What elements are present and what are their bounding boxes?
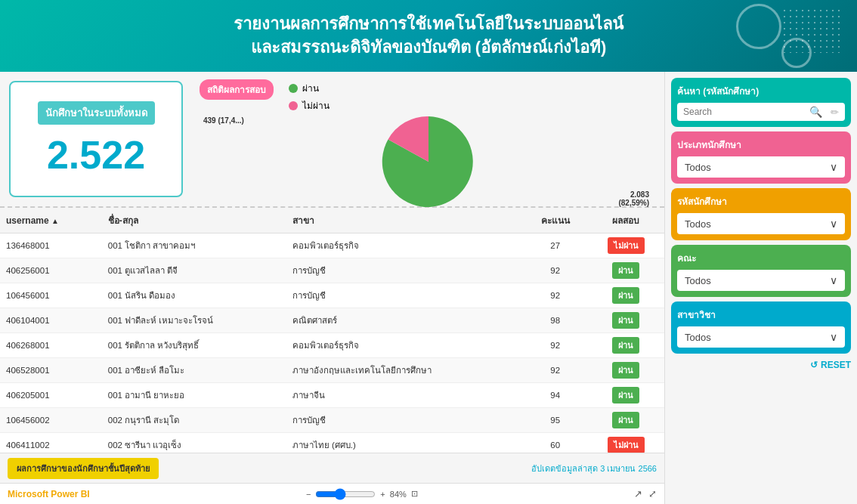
student-id-select[interactable]: Todos ∨: [677, 213, 845, 234]
pass-count: 2.083: [618, 190, 649, 199]
total-students-label: นักศึกษาในระบบทั้งหมด: [38, 101, 155, 125]
zoom-slider[interactable]: [315, 488, 376, 500]
search-label: ค้นหา (รหัสนักศึกษา): [677, 84, 845, 98]
cell-score: 95: [523, 408, 587, 433]
chevron-down-icon: ∨: [830, 218, 837, 230]
stats-row: นักศึกษาในระบบทั้งหมด 2.522 สถิติผลการสอ…: [0, 72, 664, 208]
cell-username: 406411002: [0, 433, 102, 453]
major-section: สาขาวิชา Todos ∨: [671, 301, 851, 354]
student-type-select[interactable]: Todos ∨: [677, 156, 845, 178]
status-badge: ผ่าน: [612, 337, 639, 354]
total-students-box: นักศึกษาในระบบทั้งหมด 2.522: [9, 81, 183, 197]
reset-label: RESET: [821, 360, 851, 370]
header-circle-2: [781, 38, 812, 68]
status-badge: ผ่าน: [612, 287, 639, 304]
status-badge: ผ่าน: [612, 387, 639, 404]
student-id-section: รหัสนักศึกษา Todos ∨: [671, 188, 851, 240]
cell-username: 106456001: [0, 283, 102, 308]
cell-branch: คณิตศาสตร์: [286, 308, 524, 333]
search-icon: 🔍: [809, 106, 822, 118]
zoom-minus[interactable]: −: [306, 490, 311, 499]
cell-branch: คอมพิวเตอร์ธุรกิจ: [286, 233, 524, 258]
chevron-down-icon: ∨: [830, 161, 837, 173]
faculty-select[interactable]: Todos ∨: [677, 270, 845, 291]
table-row: 406205001 001 อามานี ยาหะยอ ภาษาจีน 94 ผ…: [0, 383, 664, 408]
cell-username: 136468001: [0, 233, 102, 258]
zoom-plus[interactable]: +: [380, 490, 385, 499]
cell-name: 001 อาซียะห์ ลือโมะ: [102, 358, 286, 383]
table-row: 406268001 001 รัตติกาล หวังบริสุทธิ์ คอม…: [0, 333, 664, 358]
bottom-button[interactable]: ผลการศึกษาของนักศึกษาชั้นปีสุดท้าย: [8, 458, 159, 479]
major-value: Todos: [685, 332, 711, 343]
cell-score: 27: [523, 233, 587, 258]
cell-status: ผ่าน: [587, 383, 664, 408]
student-type-value: Todos: [685, 162, 711, 173]
update-text: อัปเดตข้อมูลล่าสุด 3 เมษายน 2566: [531, 462, 657, 475]
cell-status: ผ่าน: [587, 358, 664, 383]
cell-score: 92: [523, 333, 587, 358]
cell-branch: คอมพิวเตอร์ธุรกิจ: [286, 333, 524, 358]
faculty-label: คณะ: [677, 251, 845, 265]
status-badge: ผ่าน: [612, 262, 639, 279]
col-score: คะแนน: [523, 208, 587, 233]
pass-pct: (82,59%): [618, 199, 649, 207]
cell-status: ไม่ผ่าน: [587, 233, 664, 258]
external-link-icon[interactable]: ⤢: [648, 488, 657, 499]
legend-fail-dot: [289, 101, 298, 110]
table-body: 136468001 001 โชติกา สาขาคอมฯ คอมพิวเตอร…: [0, 233, 664, 453]
col-branch: สาขา: [286, 208, 524, 233]
chart-legend: ผ่าน ไม่ผ่าน: [289, 81, 329, 113]
data-table: username ▲ ชื่อ-สกุล สาขา คะแนน ผลสอบ 13…: [0, 208, 664, 453]
cell-branch: การบัญชี: [286, 258, 524, 283]
cell-status: ผ่าน: [587, 283, 664, 308]
reset-row: ↺ RESET: [671, 360, 851, 370]
table-row: 106456002 002 กนุรานี สะมุโด การบัญชี 95…: [0, 408, 664, 433]
cell-score: 92: [523, 283, 587, 308]
student-id-label: รหัสนักศึกษา: [677, 194, 845, 209]
major-select[interactable]: Todos ∨: [677, 326, 845, 348]
zoom-level: 84%: [390, 490, 407, 499]
table-header-row: username ▲ ชื่อ-สกุล สาขา คะแนน ผลสอบ: [0, 208, 664, 233]
cell-name: 002 กนุรานี สะมุโด: [102, 408, 286, 433]
cell-status: ผ่าน: [587, 408, 664, 433]
cell-status: ผ่าน: [587, 258, 664, 283]
share-icon[interactable]: ↗: [634, 488, 642, 499]
main-container: รายงานผลการศึกษาการใช้เทคโนโลยีในระบบออน…: [0, 0, 857, 504]
fail-count: 439 (17,4...): [203, 116, 244, 125]
cell-name: 001 รัตติกาล หวังบริสุทธิ์: [102, 333, 286, 358]
status-badge: ผ่าน: [612, 412, 639, 428]
cell-status: ผ่าน: [587, 308, 664, 333]
cell-name: 001 นัสริน ดือมอง: [102, 283, 286, 308]
cell-score: 92: [523, 258, 587, 283]
cell-branch: ภาษาไทย (ศศบ.): [286, 433, 524, 453]
reset-button[interactable]: ↺ RESET: [810, 360, 851, 370]
legend-pass: ผ่าน: [289, 81, 329, 95]
student-type-section: ประเภทนักศึกษา Todos ∨: [671, 131, 851, 184]
pbi-footer: Microsoft Power BI − + 84% ⊡ ↗ ⤢: [0, 483, 664, 504]
legend-fail: ไม่ผ่าน: [289, 98, 329, 113]
main-panel: นักศึกษาในระบบทั้งหมด 2.522 สถิติผลการสอ…: [0, 72, 664, 504]
cell-branch: การบัญชี: [286, 408, 524, 433]
pass-label: 2.083 (82,59%): [618, 190, 649, 207]
header-title-line2: และสมรรถนะดิจิทัลของบัณฑิต (อัตลักษณ์เก่…: [234, 36, 623, 60]
pbi-action-icons: ↗ ⤢: [634, 488, 657, 499]
search-filter-section: ค้นหา (รหัสนักศึกษา) 🔍 ✏: [671, 78, 851, 127]
cell-score: 94: [523, 383, 587, 408]
cell-username: 406256001: [0, 258, 102, 283]
header-title-line1: รายงานผลการศึกษาการใช้เทคโนโลยีในระบบออน…: [234, 13, 623, 36]
content-area: นักศึกษาในระบบทั้งหมด 2.522 สถิติผลการสอ…: [0, 72, 857, 504]
col-name: ชื่อ-สกุล: [102, 208, 286, 233]
cell-score: 98: [523, 308, 587, 333]
col-username: username ▲: [0, 208, 102, 233]
fit-icon[interactable]: ⊡: [411, 489, 418, 499]
student-id-value: Todos: [685, 218, 711, 230]
cell-username: 106456002: [0, 408, 102, 433]
cell-username: 406268001: [0, 333, 102, 358]
legend-pass-dot: [289, 84, 298, 93]
cell-username: 406528001: [0, 358, 102, 383]
table-row: 406528001 001 อาซียะห์ ลือโมะ ภาษาอังกฤษ…: [0, 358, 664, 383]
cell-username: 406205001: [0, 383, 102, 408]
status-badge: ไม่ผ่าน: [608, 237, 645, 254]
table-row: 406411002 002 ซารีนา แวอุเซ็ง ภาษาไทย (ศ…: [0, 433, 664, 453]
status-badge: ผ่าน: [612, 312, 639, 329]
